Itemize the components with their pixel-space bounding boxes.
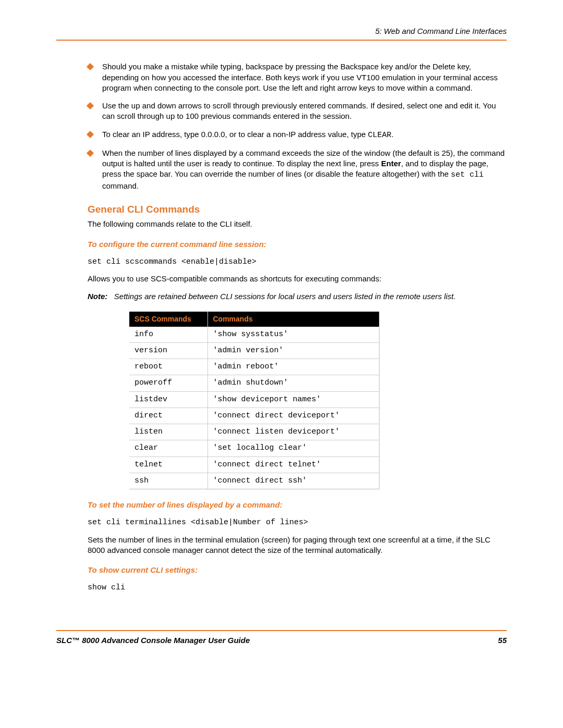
text: command. bbox=[102, 181, 139, 190]
page-number: 55 bbox=[498, 635, 507, 646]
footer-title: SLC™ 8000 Advanced Console Manager User … bbox=[56, 635, 250, 646]
list-item-text: Should you make a mistake while typing, … bbox=[102, 61, 507, 93]
table-row: info'show sysstatus' bbox=[129, 327, 380, 343]
page-footer: SLC™ 8000 Advanced Console Manager User … bbox=[56, 630, 507, 646]
diamond-bullet-icon bbox=[87, 102, 94, 109]
text: Use the up and down arrows to scroll thr… bbox=[102, 101, 496, 120]
table-cell-command: 'admin shutdown' bbox=[207, 375, 380, 391]
table-cell-command: 'connect direct ssh' bbox=[207, 473, 380, 489]
table-cell-scs: poweroff bbox=[129, 375, 207, 391]
text: To clear an IP address, type 0.0.0.0, or… bbox=[102, 130, 368, 139]
bold-text: Enter bbox=[381, 159, 401, 168]
table-cell-command: 'admin version' bbox=[207, 342, 380, 359]
list-item: Should you make a mistake while typing, … bbox=[88, 61, 507, 93]
scs-commands-table: SCS Commands Commands info'show sysstatu… bbox=[129, 312, 380, 489]
note-text: Settings are retained between CLI sessio… bbox=[114, 292, 456, 301]
header-divider bbox=[56, 40, 507, 41]
subheading-configure-session: To configure the current command line se… bbox=[88, 239, 507, 250]
table-row: telnet'connect direct telnet' bbox=[129, 456, 380, 473]
code-block: set cli scscommands <enable|disable> bbox=[88, 257, 507, 267]
table-cell-scs: info bbox=[129, 327, 207, 343]
section-heading-general-cli: General CLI Commands bbox=[88, 203, 507, 216]
list-item-text: To clear an IP address, type 0.0.0.0, or… bbox=[102, 129, 507, 141]
table-row: direct'connect direct deviceport' bbox=[129, 408, 380, 424]
table-row: poweroff'admin shutdown' bbox=[129, 375, 380, 391]
table-row: ssh'connect direct ssh' bbox=[129, 473, 380, 489]
diamond-bullet-icon bbox=[87, 63, 94, 70]
table-row: listdev'show deviceport names' bbox=[129, 391, 380, 408]
table-row: version'admin version' bbox=[129, 342, 380, 359]
paragraph: Allows you to use SCS-compatible command… bbox=[88, 274, 507, 284]
text: . bbox=[391, 130, 394, 139]
inline-code: set cli bbox=[451, 170, 484, 179]
footer-divider bbox=[56, 630, 507, 631]
table-cell-scs: telnet bbox=[129, 456, 207, 473]
list-item: To clear an IP address, type 0.0.0.0, or… bbox=[88, 129, 507, 141]
list-item-text: When the number of lines displayed by a … bbox=[102, 148, 507, 191]
text: Should you make a mistake while typing, … bbox=[102, 62, 498, 92]
tips-list: Should you make a mistake while typing, … bbox=[88, 61, 507, 191]
chapter-title: 5: Web and Command Line Interfaces bbox=[56, 26, 507, 36]
table-cell-scs: ssh bbox=[129, 473, 207, 489]
list-item: When the number of lines displayed by a … bbox=[88, 148, 507, 191]
paragraph: Sets the number of lines in the terminal… bbox=[88, 535, 507, 556]
table-row: clear'set locallog clear' bbox=[129, 440, 380, 456]
table-cell-command: 'show sysstatus' bbox=[207, 327, 380, 343]
code-block: set cli terminallines <disable|Number of… bbox=[88, 517, 507, 528]
list-item: Use the up and down arrows to scroll thr… bbox=[88, 101, 507, 122]
note: Note: Settings are retained between CLI … bbox=[88, 291, 507, 302]
table-header-scs: SCS Commands bbox=[129, 312, 207, 327]
diamond-bullet-icon bbox=[87, 130, 94, 138]
table-cell-command: 'connect listen deviceport' bbox=[207, 424, 380, 440]
note-label: Note: bbox=[88, 292, 107, 301]
section-intro: The following commands relate to the CLI… bbox=[88, 219, 507, 229]
inline-code: CLEAR bbox=[368, 131, 391, 140]
table-cell-scs: clear bbox=[129, 440, 207, 456]
table-cell-scs: version bbox=[129, 342, 207, 359]
table-cell-scs: listen bbox=[129, 424, 207, 440]
list-item-text: Use the up and down arrows to scroll thr… bbox=[102, 101, 507, 122]
table-cell-command: 'connect direct deviceport' bbox=[207, 408, 380, 424]
table-cell-command: 'connect direct telnet' bbox=[207, 456, 380, 473]
table-row: reboot'admin reboot' bbox=[129, 359, 380, 375]
table-row: listen'connect listen deviceport' bbox=[129, 424, 380, 440]
subheading-show-cli: To show current CLI settings: bbox=[88, 565, 507, 575]
table-cell-command: 'admin reboot' bbox=[207, 359, 380, 375]
code-block: show cli bbox=[88, 583, 507, 593]
table-cell-scs: reboot bbox=[129, 359, 207, 375]
table-header-commands: Commands bbox=[207, 312, 380, 327]
table-cell-scs: listdev bbox=[129, 391, 207, 408]
table-cell-command: 'show deviceport names' bbox=[207, 391, 380, 408]
diamond-bullet-icon bbox=[87, 150, 94, 157]
subheading-set-lines: To set the number of lines displayed by … bbox=[88, 500, 507, 510]
table-cell-command: 'set locallog clear' bbox=[207, 440, 380, 456]
table-cell-scs: direct bbox=[129, 408, 207, 424]
